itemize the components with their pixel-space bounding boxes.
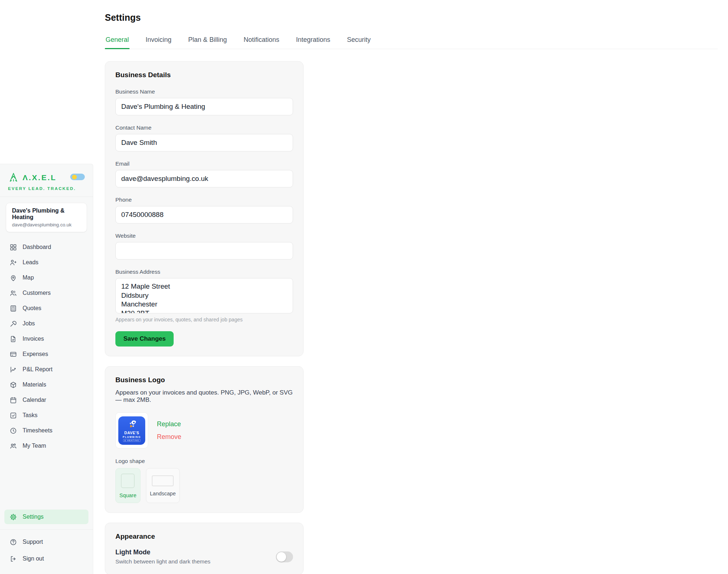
sidebar-item-calendar[interactable]: Calendar — [4, 392, 88, 408]
contact-name-input[interactable] — [115, 134, 293, 151]
main-content: Settings General Invoicing Plan & Billin… — [93, 0, 728, 574]
sidebar-item-expenses[interactable]: Expenses — [4, 347, 88, 362]
sidebar-item-customers[interactable]: Customers — [4, 285, 88, 301]
sidebar-item-label: Customers — [23, 290, 51, 296]
business-logo-card: Business Logo Appears on your invoices a… — [105, 366, 304, 513]
sidebar-item-label: My Team — [23, 443, 46, 449]
light-mode-description: Switch between light and dark themes — [115, 558, 210, 565]
sidebar-item-timesheets[interactable]: Timesheets — [4, 423, 88, 438]
website-input[interactable] — [115, 242, 293, 260]
settings-content: Business Details Business Name Contact N… — [105, 61, 304, 574]
sidebar-item-label: Timesheets — [23, 427, 52, 434]
website-label: Website — [115, 233, 293, 239]
tab-label: Integrations — [296, 36, 330, 43]
sidebar-item-map[interactable]: Map — [4, 270, 88, 285]
sidebar-divider — [0, 529, 93, 530]
phone-input[interactable] — [115, 206, 293, 223]
expenses-icon — [9, 351, 17, 358]
remove-logo-link[interactable]: Remove — [157, 433, 181, 441]
quotes-icon — [9, 305, 17, 312]
sidebar-item-dashboard[interactable]: Dashboard — [4, 240, 88, 255]
logo-text-line1: DAVE'S — [124, 431, 139, 435]
business-logo-thumbnail: DAVE'S PLUMBING & HEATING — [115, 412, 148, 448]
toggle-knob — [277, 552, 286, 562]
card-title: Appearance — [115, 533, 293, 541]
save-changes-button[interactable]: Save Changes — [115, 331, 174, 347]
tab-notifications[interactable]: Notifications — [243, 36, 280, 49]
help-icon — [9, 538, 17, 546]
invoices-icon — [9, 335, 17, 343]
sidebar-item-label: P&L Report — [23, 366, 52, 373]
timesheets-icon — [9, 427, 17, 435]
sidebar-item-tasks[interactable]: Tasks — [4, 408, 88, 423]
customers-icon — [9, 289, 17, 297]
phone-label: Phone — [115, 197, 293, 203]
pnl-icon — [9, 366, 17, 373]
logo-shape-label: Logo shape — [115, 458, 293, 464]
sidebar-item-label: Invoices — [23, 336, 44, 342]
replace-logo-link[interactable]: Replace — [157, 420, 181, 428]
light-mode-toggle[interactable] — [276, 551, 293, 562]
sidebar-item-label: Dashboard — [23, 244, 51, 250]
tasks-icon — [9, 412, 17, 419]
brand-name: Λ.X.E.L — [23, 173, 56, 182]
tab-plan-and-billing[interactable]: Plan & Billing — [187, 36, 228, 49]
sidebar-item-jobs[interactable]: Jobs — [4, 316, 88, 331]
tab-label: Invoicing — [146, 36, 171, 43]
card-title: Business Logo — [115, 376, 293, 384]
calendar-icon — [9, 396, 17, 404]
logo-description: Appears on your invoices and quotes. PNG… — [115, 389, 293, 404]
jobs-icon — [9, 320, 17, 328]
theme-toggle[interactable] — [70, 174, 85, 180]
sidebar-item-invoices[interactable]: Invoices — [4, 331, 88, 347]
sidebar-item-label: Tasks — [23, 412, 37, 419]
tab-general[interactable]: General — [105, 36, 130, 49]
sidebar-item-materials[interactable]: Materials — [4, 377, 88, 392]
user-email: dave@davesplumbing.co.uk — [12, 222, 81, 227]
sidebar-item-my-team[interactable]: My Team — [4, 438, 88, 454]
sidebar: Λ.X.E.L EVERY LEAD. TRACKED. Dave's Plum… — [0, 164, 93, 574]
settings-tabs: General Invoicing Plan & Billing Notific… — [105, 36, 718, 49]
shape-preview — [152, 475, 174, 486]
user-card[interactable]: Dave's Plumbing & Heating dave@davesplum… — [6, 203, 87, 232]
sidebar-item-label: Sign out — [23, 555, 44, 562]
tab-label: General — [106, 36, 129, 43]
sidebar-item-label: Leads — [23, 259, 39, 266]
tab-security[interactable]: Security — [346, 36, 371, 49]
sidebar-item-support[interactable]: Support — [4, 535, 88, 549]
materials-icon — [9, 381, 17, 389]
contact-name-label: Contact Name — [115, 124, 293, 131]
rocket-icon — [126, 419, 138, 430]
dashboard-icon — [9, 244, 17, 251]
business-name-input[interactable] — [115, 98, 293, 115]
logo-text-line3: & HEATING — [123, 439, 141, 442]
logo-shape-option-landscape[interactable]: Landscape — [146, 468, 180, 503]
tab-invoicing[interactable]: Invoicing — [145, 36, 172, 49]
map-icon — [9, 274, 17, 282]
app-root: Λ.X.E.L EVERY LEAD. TRACKED. Dave's Plum… — [0, 0, 728, 574]
email-label: Email — [115, 161, 293, 167]
sidebar-item-signout[interactable]: Sign out — [4, 551, 88, 566]
sidebar-item-leads[interactable]: Leads — [4, 255, 88, 270]
business-address-label: Business Address — [115, 269, 293, 275]
sidebar-item-label: Materials — [23, 381, 46, 388]
brand-block: Λ.X.E.L EVERY LEAD. TRACKED. — [0, 164, 93, 197]
page-title: Settings — [105, 12, 718, 23]
gear-icon — [9, 513, 17, 521]
sidebar-item-pandl-report[interactable]: P&L Report — [4, 362, 88, 377]
tab-label: Notifications — [244, 36, 279, 43]
business-address-textarea[interactable]: 12 Maple Street Didsbury Manchester M20 … — [115, 278, 293, 313]
sidebar-item-settings[interactable]: Settings — [4, 510, 88, 524]
sidebar-item-quotes[interactable]: Quotes — [4, 301, 88, 316]
email-input[interactable] — [115, 170, 293, 187]
tree-logo-icon — [8, 172, 19, 183]
business-details-card: Business Details Business Name Contact N… — [105, 61, 304, 356]
shape-option-label: Square — [119, 492, 136, 498]
team-icon — [9, 442, 17, 450]
user-business-name: Dave's Plumbing & Heating — [12, 207, 81, 221]
tab-label: Security — [347, 36, 371, 43]
card-title: Business Details — [115, 71, 293, 79]
logo-shape-option-square[interactable]: Square — [115, 468, 141, 503]
shape-option-label: Landscape — [150, 491, 176, 496]
tab-integrations[interactable]: Integrations — [295, 36, 331, 49]
